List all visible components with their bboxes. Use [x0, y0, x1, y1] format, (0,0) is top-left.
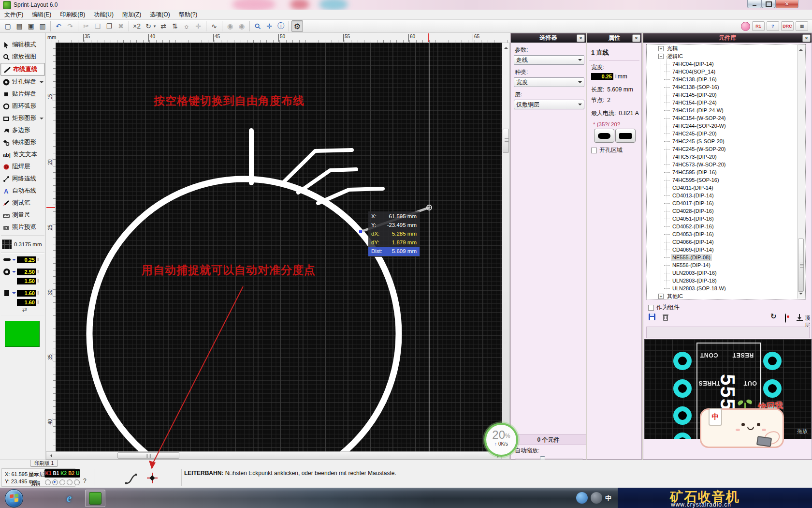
maximize-button[interactable]: [762, 0, 775, 8]
tool-text[interactable]: ab| 英文文本: [0, 149, 45, 161]
expander-icon[interactable]: [664, 226, 670, 227]
toolbar-button-icon[interactable]: ▾: [152, 21, 157, 31]
dropdown-caret-icon[interactable]: [40, 118, 44, 121]
dropdown-caret-icon[interactable]: [40, 81, 44, 85]
dropdown-caret-icon[interactable]: [12, 259, 16, 263]
menu-board[interactable]: 印刷板(B): [56, 10, 89, 19]
expander-icon[interactable]: [664, 195, 670, 196]
tree-item[interactable]: CD4013-(DIP-14): [647, 192, 805, 199]
help-chip[interactable]: ?: [767, 21, 779, 31]
horizontal-scrollbar[interactable]: [46, 451, 502, 460]
toolbar-button-icon[interactable]: ⚲: [250, 18, 265, 33]
toolbar-button-icon[interactable]: ↷: [65, 21, 75, 31]
grid-selector[interactable]: 0.3175 mm: [0, 238, 45, 251]
expander-icon[interactable]: [664, 172, 670, 173]
layer-chip[interactable]: K2: [60, 471, 67, 476]
tree-scrollbar[interactable]: [797, 45, 805, 299]
swap-icon[interactable]: ⇄: [0, 306, 45, 313]
expander-icon[interactable]: [664, 118, 670, 119]
expander-icon[interactable]: [664, 211, 670, 211]
expander-icon[interactable]: −: [658, 54, 664, 59]
tree-item[interactable]: ULN2803-(SOP-18-W): [647, 284, 805, 292]
tree-item[interactable]: CD4052-(DIP-16): [647, 223, 805, 230]
photo-chip-icon[interactable]: ▦: [796, 21, 808, 31]
save-icon[interactable]: [648, 313, 656, 321]
trash-icon[interactable]: [662, 313, 669, 321]
menu-extras[interactable]: 附加(Z): [118, 10, 145, 19]
tree-item[interactable]: CD4053-(DIP-16): [647, 230, 805, 238]
tool-circle-arc[interactable]: 圆环弧形: [0, 100, 45, 112]
kind-dropdown[interactable]: 宽度: [514, 77, 584, 87]
tool-measure[interactable]: 测量尺: [0, 209, 45, 221]
layer-chip[interactable]: B1: [53, 471, 59, 476]
tree-item[interactable]: NE556-(DIP-14): [647, 261, 805, 269]
spinner-icon[interactable]: ‖: [37, 300, 39, 305]
toolbar-button-icon[interactable]: [129, 21, 129, 31]
component-tree[interactable]: + 光耦 − 逻辑IC 74HC04-(DIP-14) 74HC04(SOP_1…: [646, 44, 806, 299]
toolbar-button-icon[interactable]: ❐: [104, 21, 115, 31]
toolbar-button-icon[interactable]: ✛: [264, 21, 275, 31]
toolbar-button-icon[interactable]: ❏: [92, 21, 103, 31]
hole-area-checkbox[interactable]: 开孔区域: [591, 146, 623, 154]
pad-outer-field[interactable]: 2.50: [17, 269, 36, 275]
toolbar-button-icon[interactable]: ▣: [26, 21, 36, 31]
drc-chip[interactable]: DRC: [781, 21, 794, 31]
dropdown-caret-icon[interactable]: [12, 292, 16, 296]
minimize-button[interactable]: [747, 0, 762, 8]
tree-item[interactable]: CD4011-(DIP-14): [647, 184, 805, 192]
auto-snap-icon[interactable]: [145, 472, 160, 485]
tray-icon[interactable]: [576, 492, 588, 504]
toolbar-button-icon[interactable]: ✂: [81, 21, 91, 31]
tool-polygon[interactable]: 多边形: [0, 124, 45, 136]
pcb-canvas[interactable]: 按空格键切换到自由角度布线 用自动捕捉就可以自动对准分度点 X:61.595 m…: [56, 43, 502, 451]
menu-help[interactable]: 帮助(?): [174, 10, 202, 19]
tool-edit-mode[interactable]: 编辑模式: [0, 39, 45, 51]
tool-rectangle[interactable]: 矩形图形: [0, 112, 45, 124]
scrollbar-thumb[interactable]: [798, 239, 804, 292]
tree-item[interactable]: + 光耦: [647, 45, 805, 52]
menu-file[interactable]: 文件(F): [0, 10, 28, 19]
expander-icon[interactable]: [664, 157, 670, 157]
board-tab[interactable]: 印刷版 1: [30, 460, 58, 467]
toolbar-button-icon[interactable]: [222, 21, 222, 31]
spinner-icon[interactable]: ‖: [37, 291, 39, 296]
tree-item[interactable]: 74HC595-(SOP-16): [647, 176, 805, 184]
vertical-scrollbar[interactable]: [502, 43, 510, 451]
spinner-icon[interactable]: ‖: [37, 279, 39, 284]
toolbar-button-icon[interactable]: ⇅: [170, 21, 180, 31]
spinner-icon[interactable]: ‖: [615, 74, 616, 79]
expander-icon[interactable]: [664, 273, 670, 273]
tree-item[interactable]: + 其他IC: [647, 292, 805, 299]
tree-item[interactable]: 74HC154-(DIP-24-W): [647, 106, 805, 114]
r1-chip[interactable]: R1: [752, 21, 765, 31]
layer-chip[interactable]: U: [76, 471, 79, 476]
tool-autoroute[interactable]: A 自动布线: [0, 185, 45, 197]
tree-item[interactable]: 74HC245-(S-SOP-20): [647, 137, 805, 145]
toolbar-button-icon[interactable]: ⚙: [291, 20, 303, 32]
expander-icon[interactable]: [664, 103, 670, 103]
tree-item[interactable]: 74HC573-(DIP-20): [647, 153, 805, 161]
expander-icon[interactable]: [664, 242, 670, 242]
tool-zoom-view[interactable]: 缩放视图: [0, 51, 45, 63]
tree-item[interactable]: CD4066-(DIP-14): [647, 238, 805, 246]
expander-icon[interactable]: +: [658, 46, 664, 51]
tree-item[interactable]: 74HC154-(DIP-24): [647, 99, 805, 106]
tree-item[interactable]: CD4051-(DIP-16): [647, 215, 805, 223]
layer-radio[interactable]: [74, 479, 80, 485]
dropdown-caret-icon[interactable]: [12, 271, 16, 275]
toolbar-button-icon[interactable]: ☼: [181, 21, 192, 31]
tree-item[interactable]: − 逻辑IC: [647, 52, 805, 60]
toolbar-button-icon[interactable]: [206, 21, 206, 31]
layer-radio[interactable]: [59, 479, 65, 485]
expander-icon[interactable]: [664, 250, 670, 250]
tree-item[interactable]: 74HC138-(SOP-16): [647, 83, 805, 91]
toolbar-button-icon[interactable]: ▤: [14, 21, 25, 31]
tool-photo-preview[interactable]: 照片预览: [0, 221, 45, 233]
tree-item[interactable]: 74HC04-(DIP-14): [647, 60, 805, 68]
expander-icon[interactable]: [664, 234, 670, 235]
close-icon[interactable]: ✕: [632, 34, 640, 42]
tree-item[interactable]: 74HC244-(SOP-20-W): [647, 122, 805, 130]
expander-icon[interactable]: [664, 219, 670, 219]
tool-pad[interactable]: 过孔焊盘: [0, 76, 45, 88]
menu-options[interactable]: 选项(O): [145, 10, 174, 19]
